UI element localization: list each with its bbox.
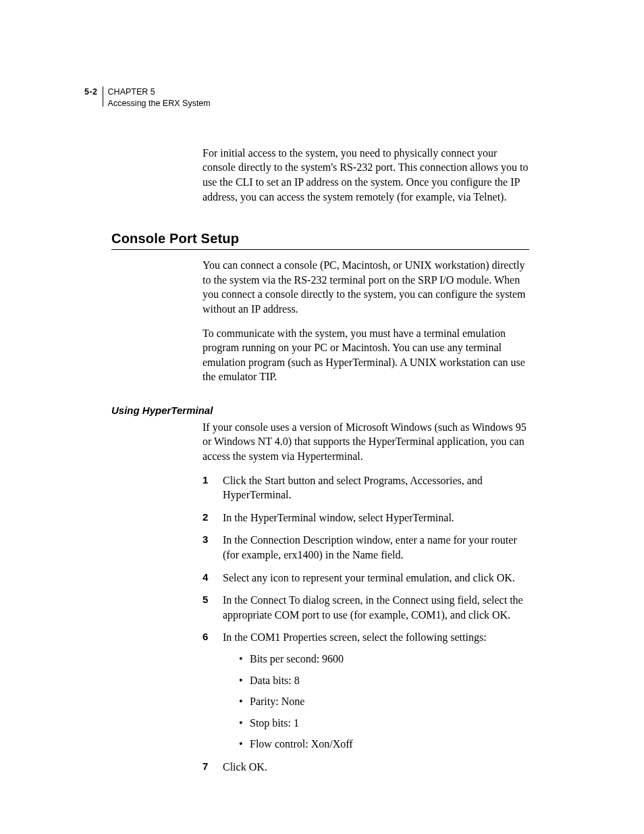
- setting-item: Bits per second: 9600: [236, 652, 529, 667]
- setting-item: Data bits: 8: [236, 673, 529, 688]
- chapter-title: Accessing the ERX System: [108, 99, 211, 108]
- step-item: In the Connect To dialog screen, in the …: [203, 593, 529, 622]
- intro-paragraph: For initial access to the system, you ne…: [203, 146, 529, 204]
- step-item: Click OK.: [203, 760, 529, 775]
- step-item: Click the Start button and select Progra…: [203, 473, 529, 502]
- step-text: In the COM1 Properties screen, select th…: [223, 631, 487, 643]
- steps-list: Click the Start button and select Progra…: [203, 473, 529, 775]
- chapter-label: CHAPTER 5: [108, 87, 155, 97]
- step-item: In the HyperTerminal window, select Hype…: [203, 511, 529, 525]
- section-paragraph-2: To communicate with the system, you must…: [203, 326, 529, 384]
- page-content: 5-2 CHAPTER 5 Accessing the ERX System F…: [0, 0, 644, 823]
- section-heading: Console Port Setup: [111, 231, 529, 246]
- section-rule: [111, 249, 529, 250]
- subsection-heading: Using HyperTerminal: [111, 405, 529, 416]
- header-divider: [103, 86, 103, 107]
- header-text: CHAPTER 5 Accessing the ERX System: [108, 86, 211, 109]
- setting-item: Flow control: Xon/Xoff: [236, 737, 529, 752]
- subsection-intro: If your console uses a version of Micros…: [203, 420, 529, 464]
- settings-list: Bits per second: 9600 Data bits: 8 Parit…: [236, 652, 529, 752]
- step-item: Select any icon to represent your termin…: [203, 571, 529, 585]
- running-header: 5-2 CHAPTER 5 Accessing the ERX System: [84, 86, 529, 109]
- setting-item: Stop bits: 1: [236, 716, 529, 731]
- section-paragraph-1: You can connect a console (PC, Macintosh…: [203, 258, 529, 316]
- setting-item: Parity: None: [236, 694, 529, 709]
- step-item: In the Connection Description window, en…: [203, 533, 529, 562]
- page-number: 5-2: [84, 86, 98, 98]
- step-item: In the COM1 Properties screen, select th…: [203, 630, 529, 752]
